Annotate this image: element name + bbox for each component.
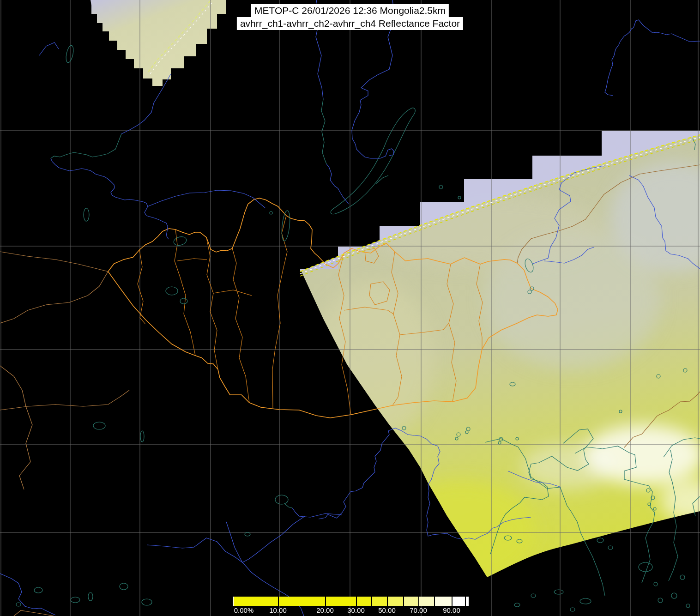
colorbar-tick-label: 30.00 — [347, 606, 365, 614]
satellite-viewer: METOP-C 26/01/2026 12:36 Mongolia2.5km a… — [0, 0, 700, 616]
colorbar-tick-label: 0.00% — [234, 606, 254, 614]
colorbar-tick-label: 90.00 — [443, 606, 460, 614]
colorbar-tick — [278, 597, 279, 606]
colorbar-tick — [325, 597, 326, 606]
reflectance-colorbar: 0.00% 10.00 20.00 30.00 50.00 70.00 90.0… — [233, 597, 469, 616]
colorbar-tick — [356, 597, 357, 606]
colorbar-tick-label: 50.00 — [378, 606, 396, 614]
colorbar-tick-label: 20.00 — [316, 606, 334, 614]
satellite-swath-corner-piece — [91, 0, 226, 86]
colorbar-tick — [452, 597, 453, 606]
colorbar-tick — [403, 597, 404, 606]
title-line1: METOP-C 26/01/2026 12:36 Mongolia2.5km — [251, 4, 449, 17]
colorbar-tick — [418, 597, 419, 606]
border-west-countries — [0, 252, 129, 616]
satellite-map-canvas — [0, 0, 700, 616]
colorbar-gradient — [233, 597, 469, 606]
colorbar-tick — [434, 597, 435, 606]
colorbar-labels: 0.00% 10.00 20.00 30.00 50.00 70.00 90.0… — [233, 606, 469, 616]
colorbar-tick — [371, 597, 372, 606]
colorbar-tick-label: 10.00 — [269, 606, 287, 614]
image-title: METOP-C 26/01/2026 12:36 Mongolia2.5km a… — [237, 4, 463, 30]
satellite-swath — [300, 131, 700, 582]
title-line2: avhrr_ch1-avhrr_ch2-avhrr_ch4 Reflectanc… — [237, 17, 463, 30]
colorbar-tick-label: 70.00 — [410, 606, 427, 614]
lake-baikal — [331, 108, 415, 214]
colorbar-tick — [387, 597, 388, 606]
